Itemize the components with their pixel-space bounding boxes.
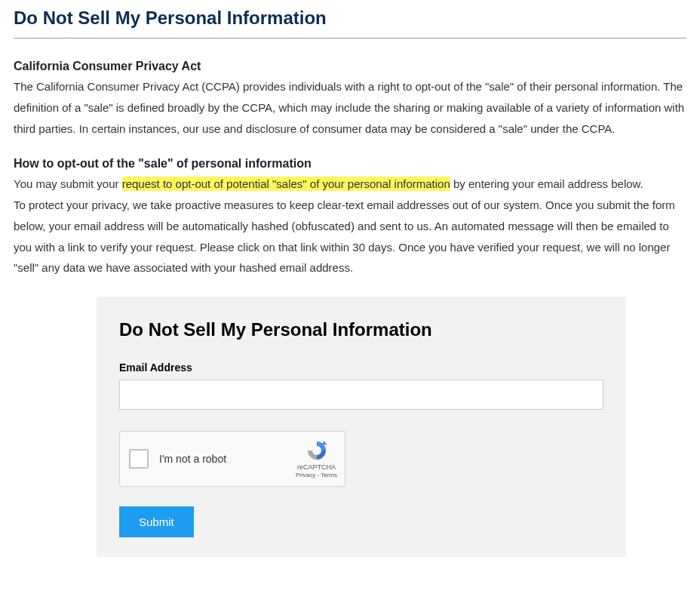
recaptcha-brand: reCAPTCHA (297, 463, 336, 471)
section-optout: How to opt-out of the "sale" of personal… (14, 157, 686, 278)
optout-form: Do Not Sell My Personal Information Emai… (97, 297, 626, 557)
section-ccpa-heading: California Consumer Privacy Act (14, 60, 686, 73)
email-label: Email Address (119, 361, 603, 374)
recaptcha-links: Privacy - Terms (296, 472, 337, 478)
recaptcha-privacy-link[interactable]: Privacy (296, 472, 315, 478)
section-optout-heading: How to opt-out of the "sale" of personal… (14, 157, 686, 171)
recaptcha-icon (304, 439, 330, 462)
email-field[interactable] (119, 380, 603, 410)
optout-line1-pre: You may submit your (14, 177, 122, 190)
recaptcha-checkbox[interactable] (129, 449, 149, 469)
recaptcha-widget: I'm not a robot reCAPTCHA Privacy - Term… (119, 431, 345, 487)
form-title: Do Not Sell My Personal Information (119, 319, 603, 340)
optout-line1-post: by entering your email address below. (450, 177, 643, 190)
recaptcha-label: I'm not a robot (159, 453, 296, 465)
recaptcha-badge: reCAPTCHA Privacy - Terms (296, 439, 337, 478)
section-ccpa: California Consumer Privacy Act The Cali… (14, 60, 686, 139)
section-ccpa-body: The California Consumer Privacy Act (CCP… (14, 76, 686, 139)
recaptcha-terms-link[interactable]: Terms (321, 472, 337, 478)
optout-highlight: request to opt-out of potential "sales" … (122, 177, 450, 191)
page-title: Do Not Sell My Personal Information (14, 8, 686, 38)
svg-marker-0 (321, 441, 327, 445)
section-optout-line2: To protect your privacy, we take proacti… (14, 195, 686, 278)
submit-button[interactable]: Submit (119, 506, 194, 537)
section-optout-line1: You may submit your request to opt-out o… (14, 174, 686, 195)
